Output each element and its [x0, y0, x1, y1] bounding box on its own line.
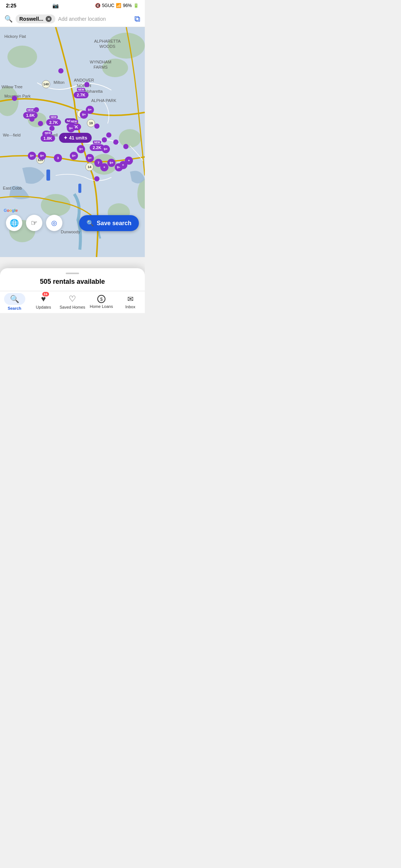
pin-cluster-9plus-7[interactable]: 9+: [107, 159, 115, 167]
remove-location-button[interactable]: ✕: [46, 16, 52, 22]
nav-inbox[interactable]: ✉ Inbox: [116, 295, 145, 309]
price-pin-41-units[interactable]: ✦ 41 units: [59, 133, 92, 143]
nav-search[interactable]: 🔍 Search: [0, 293, 29, 310]
filter-icon[interactable]: ⧉: [134, 14, 140, 24]
svg-point-6: [119, 129, 141, 148]
updates-nav-label: Updates: [36, 305, 51, 309]
globe-button[interactable]: 🌐: [6, 215, 22, 231]
save-search-button[interactable]: 🔍 Save search: [79, 215, 139, 231]
home-loans-icon: $: [97, 295, 105, 303]
inbox-label: Inbox: [125, 305, 136, 309]
price-pin-2.7k-2[interactable]: 2.7K: [46, 119, 61, 126]
mute-icon: 🔇: [95, 3, 101, 8]
rentals-count: 505 rentals available: [6, 278, 139, 288]
location-button[interactable]: ◎: [46, 215, 62, 231]
current-location-indicator-2: [78, 184, 81, 193]
saved-homes-icon: ♡: [69, 294, 76, 304]
camera-icon: 📷: [52, 3, 59, 9]
pin-cluster-9plus-3[interactable]: 9+: [67, 124, 75, 132]
hand-button[interactable]: ☞: [26, 215, 42, 231]
road-14: 14: [85, 163, 94, 171]
google-logo: Google: [4, 208, 18, 213]
pin-cluster-3[interactable]: 3: [54, 154, 62, 162]
pin-dot-5[interactable]: [29, 116, 35, 122]
pin-dot-7[interactable]: [49, 126, 55, 131]
home-loans-label: Home Loans: [90, 304, 113, 309]
pin-dot-8[interactable]: [106, 132, 111, 138]
pin-dot-6[interactable]: [38, 121, 43, 126]
location-label: Roswell...: [19, 16, 43, 22]
pin-cluster-9plus-9[interactable]: 9+: [70, 152, 78, 160]
svg-point-2: [108, 33, 145, 59]
bottom-nav: 🔍 Search ♥ 24 Updates ♡ Saved Homes $ Ho…: [0, 291, 145, 313]
location-icon: ◎: [51, 219, 57, 227]
hand-icon: ☞: [31, 218, 38, 227]
pin-dot-9[interactable]: [113, 139, 118, 145]
pin-dot-11[interactable]: [102, 137, 107, 142]
search-icon: 🔍: [4, 15, 13, 23]
nav-updates[interactable]: ♥ 24 Updates: [29, 294, 58, 309]
saved-homes-label: Saved Homes: [59, 305, 85, 309]
pin-dot-12[interactable]: [94, 176, 100, 181]
status-time: 2:25: [6, 3, 16, 9]
network-label: 5GUC: [102, 3, 114, 8]
save-search-label: Save search: [97, 220, 131, 227]
map-area[interactable]: Hickory Flat ALPHARETTAWOODS WYNDHAMFARM…: [0, 27, 145, 257]
current-location-indicator: [46, 170, 50, 181]
battery-label: 96%: [123, 3, 132, 8]
search-nav-icon: 🔍: [10, 295, 19, 303]
road-140: 140: [42, 80, 50, 88]
pin-cluster-9plus-5[interactable]: 9+: [102, 145, 110, 153]
nav-saved-homes[interactable]: ♡ Saved Homes: [58, 294, 87, 309]
inbox-icon: ✉: [127, 295, 134, 303]
nav-home-loans[interactable]: $ Home Loans: [87, 295, 116, 309]
pin-cluster-9plus-10[interactable]: 9+: [28, 152, 36, 160]
pin-cluster-9plus-2[interactable]: 9+: [86, 106, 94, 114]
svg-point-1: [7, 46, 37, 68]
road-19: 19: [87, 119, 95, 127]
price-pin-1.8k[interactable]: 1.8K: [40, 135, 55, 142]
save-search-icon: 🔍: [87, 220, 94, 227]
svg-point-3: [102, 59, 128, 77]
status-icons: 🔇 5GUC 📶 96% 🔋: [95, 3, 139, 8]
bottom-sheet: 505 rentals available: [0, 268, 145, 291]
location-pill[interactable]: Roswell... ✕: [16, 14, 55, 23]
pin-dot-4[interactable]: [34, 107, 39, 112]
pin-dot-1[interactable]: [58, 68, 63, 73]
pin-cluster-9plus-6[interactable]: 9+: [86, 154, 94, 162]
battery-icon: 🔋: [133, 3, 139, 8]
status-bar: 2:25 📷 🔇 5GUC 📶 96% 🔋: [0, 0, 145, 11]
pin-dot-3[interactable]: [12, 96, 17, 101]
pin-cluster-9plus-11[interactable]: 9+: [38, 152, 46, 160]
search-nav-label: Search: [8, 306, 22, 310]
search-bar: 🔍 Roswell... ✕ Add another location ⧉: [0, 11, 145, 27]
signal-icon: 📶: [116, 3, 121, 8]
pin-dot-2[interactable]: [84, 82, 89, 87]
pin-dot-13[interactable]: [123, 144, 128, 149]
price-pin-2.7k-1[interactable]: 2.7K: [74, 92, 88, 98]
svg-point-8: [41, 194, 71, 216]
pin-cluster-7[interactable]: 7: [94, 159, 102, 167]
pin-cluster-9plus-4[interactable]: 9+: [77, 145, 85, 153]
globe-icon: 🌐: [10, 218, 19, 227]
add-location-input[interactable]: Add another location: [58, 16, 131, 22]
map-controls: 🌐 ☞ ◎: [6, 215, 62, 231]
sheet-handle[interactable]: [66, 273, 79, 274]
star-icon: ✦: [63, 135, 68, 141]
pin-cluster-plus-2[interactable]: +: [125, 157, 133, 165]
pin-dot-10[interactable]: [94, 124, 100, 129]
updates-badge: 24: [42, 292, 49, 296]
units-label: 41 units: [69, 135, 87, 141]
